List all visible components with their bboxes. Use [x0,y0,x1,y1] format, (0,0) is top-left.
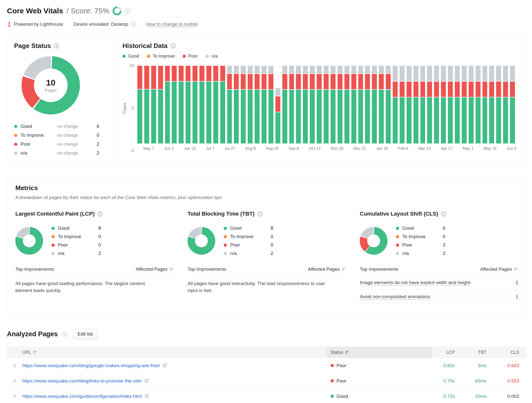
info-icon[interactable] [258,211,263,217]
bar [193,66,197,143]
legend-item-na[interactable]: n/a [206,54,218,59]
cls-header-label: CLS [510,350,519,355]
legend-item-to-improve[interactable]: To Improve [147,54,175,59]
lcp-legend: Good 8 To Improve 0 Poor 0 [51,224,101,258]
info-icon[interactable] [125,8,130,14]
bar-segment-poor [296,74,301,89]
lighthouse-icon [7,21,12,27]
bar [503,66,508,143]
external-link-icon[interactable] [163,363,167,368]
external-link-icon[interactable] [145,394,149,398]
cls-title-row: Cumulative Layout Shift (CLS) [360,211,518,217]
affected-pages-sort[interactable]: Affected Pages [308,267,346,272]
bar [275,66,280,143]
tbt-column-header[interactable]: TBT [462,347,494,358]
historical-chart: Pages 1050 May 7Jun 1Jun 22Jul 7Jul 27Au… [122,66,519,151]
x-tick-label: May 1 [463,146,474,151]
bar-segment-na [469,66,474,81]
bar-segment-poor [413,82,418,97]
top-improvements-label: Top Improvements [360,267,398,272]
info-icon[interactable] [54,43,59,48]
bar-segment-good [282,90,287,143]
bar [476,66,481,143]
edit-list-button[interactable]: Edit list [73,329,97,339]
affected-pages-label: Affected Pages [480,267,512,272]
info-icon[interactable] [62,332,67,337]
bar-segment-na [275,88,280,96]
change-to-mobile-link[interactable]: How to change to mobile [146,22,198,27]
poor-dot [14,143,17,146]
page-url-link[interactable]: https://www.seoquake.com/guide/configura… [22,394,142,399]
legend-label: Poor [402,242,438,248]
bar [158,66,163,143]
bar-segment-good [165,82,170,143]
improvement-link[interactable]: Image elements do not have explicit widt… [360,280,470,285]
bar-segment-good [365,90,370,143]
legend-row-good: Good no change 6 [14,122,99,131]
legend-value: 2 [90,150,99,156]
row-expand-chevron[interactable] [7,364,22,367]
x-tick-label: Mar 13 [418,146,431,151]
external-link-icon[interactable] [144,379,148,383]
bar-segment-na [255,66,260,73]
x-tick-label: Dec 21 [353,146,366,151]
bar-segment-poor [469,82,474,97]
improvement-count[interactable]: 2 [515,280,518,285]
bar-segment-good [248,90,253,143]
page-url-link[interactable]: https://www.seoquake.com/blog/links-to-p… [22,378,142,384]
cls-column-header[interactable]: CLS [494,347,527,358]
page-url-link[interactable]: https://www.seoquake.com/blog/google-mak… [22,363,160,368]
url-column-header[interactable]: URL [22,347,327,358]
affected-pages-sort[interactable]: Affected Pages [136,267,174,272]
bar-segment-good [151,90,156,143]
bar-segment-poor [358,74,363,89]
bar [262,66,266,143]
bar-segment-na [489,66,494,81]
metric-column-lcp: Largest Contentful Paint (LCP) Good 8 To… [15,211,174,304]
bar-segment-na [268,66,273,73]
info-icon[interactable] [441,211,446,217]
bar-segment-good [172,82,177,143]
to-improve-dot [224,235,227,238]
info-icon[interactable] [97,211,103,217]
status-cell: Poor [327,378,433,384]
x-tick-label: Oct 12 [309,146,320,151]
affected-pages-label: Affected Pages [136,267,168,272]
legend-item-good[interactable]: Good [122,54,139,59]
page-header: Core Web Vitals / Score: 75% [7,6,527,15]
info-icon[interactable] [170,43,176,48]
bar-segment-poor [420,82,425,97]
bar-segment-poor [503,82,508,97]
affected-pages-sort[interactable]: Affected Pages [480,267,518,272]
legend-row-to-improve: To Improve 0 [396,232,445,241]
bar-segment-good [137,90,142,143]
bar-segment-na [510,66,515,81]
legend-label: n/a [230,251,266,256]
bar-segment-poor [496,82,501,97]
page-status-title: Page Status [14,42,51,50]
bar-segment-poor [289,74,294,89]
bar [469,66,474,143]
legend-label: Poor [188,54,198,59]
x-tick-label: Jul 27 [225,146,235,151]
bar-segment-good [400,97,405,143]
bar-segment-good [413,97,418,143]
x-tick-label: Nov 28 [331,146,343,151]
legend-item-poor[interactable]: Poor [183,54,198,59]
improvement-count[interactable]: 1 [515,294,518,299]
row-expand-chevron[interactable] [7,379,22,383]
improvement-link[interactable]: Avoid non-composited animations [360,294,430,299]
legend-value: 8 [266,225,273,231]
legend-label: Poor [21,141,57,147]
info-icon[interactable] [131,22,136,27]
bar [241,66,246,143]
top-improvements-label: Top Improvements [15,267,54,272]
bar [255,66,260,143]
bar [227,66,232,143]
status-column-header[interactable]: Status [327,347,433,358]
bar-segment-poor [227,74,232,89]
lcp-column-header[interactable]: LCP [433,347,462,358]
row-expand-chevron[interactable] [7,394,22,398]
bar-segment-good [351,90,356,143]
good-dot [51,227,55,230]
